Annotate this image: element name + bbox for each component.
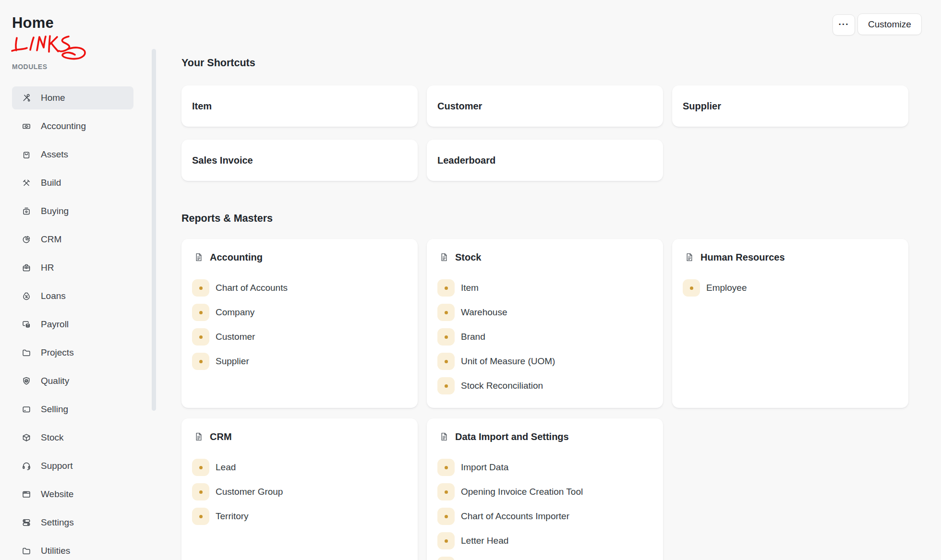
sidebar-item-label: Payroll (41, 319, 69, 330)
list-item-label: Chart of Accounts (216, 283, 288, 293)
sidebar-item-quality[interactable]: Quality (12, 369, 133, 393)
sidebar-item-label: Projects (41, 347, 74, 358)
masters-card-human-resources: Human Resources Employee (672, 239, 908, 408)
dot-badge-icon (437, 328, 455, 346)
sidebar-item-label: Website (41, 489, 73, 500)
dot-badge-icon (192, 459, 209, 476)
list-item-label: Import Data (461, 462, 508, 473)
list-item[interactable]: Warehouse (437, 304, 663, 321)
sidebar-item-label: Assets (41, 149, 68, 160)
sidebar-item-label: CRM (41, 234, 61, 245)
sidebar-item-selling[interactable]: Selling (12, 398, 133, 421)
list-item[interactable]: Item (437, 279, 663, 297)
card-title: Stock (455, 251, 481, 263)
list-item[interactable]: Stock Reconciliation (437, 377, 663, 394)
more-options-button[interactable]: ··· (832, 14, 855, 36)
list-item[interactable]: Customer Group (192, 483, 418, 500)
payroll-coins-icon (22, 320, 31, 329)
card-item-list: Lead Customer Group Territory (181, 459, 418, 525)
modules-section-label: MODULES (12, 63, 48, 71)
buying-icon (22, 206, 31, 216)
headphones-icon (22, 461, 31, 471)
sidebar-item-website[interactable]: Website (12, 483, 133, 506)
card-header: Human Resources (672, 239, 908, 263)
list-item-partial[interactable] (437, 557, 663, 560)
links-annotation (11, 34, 90, 63)
masters-grid: Accounting Chart of Accounts Company Cus… (181, 239, 908, 560)
list-item-label: Chart of Accounts Importer (461, 511, 569, 522)
card-title: Human Resources (700, 251, 785, 263)
sidebar-item-projects[interactable]: Projects (12, 341, 133, 364)
card-title: Data Import and Settings (455, 431, 569, 442)
sidebar-item-assets[interactable]: Assets (12, 143, 133, 166)
sidebar-item-buying[interactable]: Buying (12, 200, 133, 223)
masters-heading: Reports & Masters (181, 213, 273, 225)
list-item[interactable]: Company (192, 304, 418, 321)
sidebar-item-accounting[interactable]: Accounting (12, 115, 133, 138)
sidebar-item-build[interactable]: Build (12, 171, 133, 194)
dot-badge-icon (437, 459, 455, 476)
list-item[interactable]: Employee (683, 279, 908, 297)
dot-badge-icon (437, 483, 455, 500)
list-item-label: Opening Invoice Creation Tool (461, 487, 583, 497)
list-item[interactable]: Territory (192, 508, 418, 525)
sidebar-item-crm[interactable]: CRM (12, 228, 133, 251)
list-item-label: Warehouse (461, 307, 507, 318)
dot-badge-icon (192, 483, 209, 500)
list-item[interactable]: Brand (437, 328, 663, 346)
folder-icon (22, 546, 31, 556)
dot-badge-icon (437, 353, 455, 370)
masters-card-accounting: Accounting Chart of Accounts Company Cus… (181, 239, 418, 408)
sidebar-item-loans[interactable]: Loans (12, 285, 133, 308)
dot-badge-icon (437, 532, 455, 549)
card-icon (22, 405, 31, 414)
list-item-label: Customer Group (216, 487, 283, 497)
list-item-label: Company (216, 307, 254, 318)
sidebar-item-label: Stock (41, 432, 64, 443)
list-item[interactable]: Lead (192, 459, 418, 476)
sidebar-item-label: Settings (41, 517, 74, 528)
list-item[interactable]: Letter Head (437, 532, 663, 549)
dot-badge-icon (192, 304, 209, 321)
dot-badge-icon (437, 279, 455, 297)
sidebar-item-hr[interactable]: HR (12, 256, 133, 279)
file-text-icon (439, 252, 449, 262)
shortcut-card-item[interactable]: Item (181, 85, 418, 127)
list-item[interactable]: Supplier (192, 353, 418, 370)
list-item[interactable]: Chart of Accounts (192, 279, 418, 297)
sidebar-scrollbar[interactable] (152, 49, 156, 411)
card-title: Accounting (210, 251, 263, 263)
card-item-list: Item Warehouse Brand Unit of Measure (UO… (427, 279, 663, 394)
sidebar-item-stock[interactable]: Stock (12, 426, 133, 449)
list-item-label: Stock Reconciliation (461, 381, 543, 391)
list-item[interactable]: Chart of Accounts Importer (437, 508, 663, 525)
page-title: Home (12, 14, 54, 32)
list-item[interactable]: Opening Invoice Creation Tool (437, 483, 663, 500)
sidebar-item-settings[interactable]: Settings (12, 511, 133, 534)
shortcut-card-supplier[interactable]: Supplier (672, 85, 908, 127)
customize-button[interactable]: Customize (857, 13, 922, 35)
sidebar-item-home[interactable]: Home (12, 86, 133, 109)
package-icon (22, 433, 31, 442)
list-item[interactable]: Customer (192, 328, 418, 346)
list-item[interactable]: Unit of Measure (UOM) (437, 353, 663, 370)
sidebar-item-label: Loans (41, 291, 66, 301)
masters-card-data-import-settings: Data Import and Settings Import Data Ope… (427, 418, 663, 560)
sidebar-item-support[interactable]: Support (12, 454, 133, 477)
sidebar-item-utilities[interactable]: Utilities (12, 539, 133, 560)
sidebar-item-payroll[interactable]: Payroll (12, 313, 133, 336)
sidebar-item-label: HR (41, 262, 54, 273)
sidebar-item-label: Quality (41, 376, 69, 386)
dot-badge-icon (192, 279, 209, 297)
list-item[interactable]: Import Data (437, 459, 663, 476)
dot-badge-icon (192, 328, 209, 346)
money-bag-icon (22, 291, 31, 301)
shortcut-card-leaderboard[interactable]: Leaderboard (427, 140, 663, 181)
card-title: CRM (210, 431, 232, 442)
dot-badge-icon (437, 557, 455, 560)
list-item-label: Employee (706, 283, 747, 293)
shortcut-card-sales-invoice[interactable]: Sales Invoice (181, 140, 418, 181)
shortcut-card-customer[interactable]: Customer (427, 85, 663, 127)
list-item-label: Customer (216, 332, 255, 342)
sidebar-item-label: Utilities (41, 546, 70, 556)
